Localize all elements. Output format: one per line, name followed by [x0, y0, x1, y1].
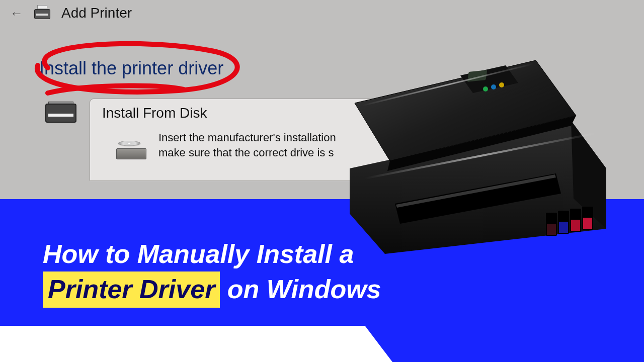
- svg-point-2: [491, 84, 496, 89]
- back-arrow-icon[interactable]: ←: [10, 7, 23, 20]
- dialog-title: Add Printer: [61, 5, 132, 21]
- title-highlight: Printer Driver: [43, 272, 220, 308]
- install-driver-heading: Install the printer driver: [39, 58, 223, 79]
- thumbnail-title: How to Manually Install a Printer Driver…: [43, 236, 381, 308]
- svg-point-3: [499, 82, 504, 87]
- svg-point-1: [483, 86, 488, 92]
- dialog-instruction-text: Insert the manufacturer's installation m…: [158, 130, 336, 160]
- white-corner-block: [0, 326, 392, 362]
- printer-photo: [335, 43, 616, 259]
- disc-drive-icon: [115, 130, 147, 160]
- dialog-header: ← Add Printer: [0, 0, 644, 26]
- title-line1: How to Manually Install a: [43, 239, 354, 268]
- printer-device-icon: [43, 101, 78, 125]
- title-line2-tail: on Windows: [227, 275, 381, 304]
- printer-icon: [32, 5, 52, 21]
- svg-rect-11: [583, 218, 592, 229]
- svg-rect-9: [559, 222, 568, 233]
- svg-rect-10: [571, 220, 580, 231]
- thumbnail-stage: ← Add Printer Install the printer driver…: [0, 0, 644, 362]
- svg-rect-8: [547, 224, 556, 235]
